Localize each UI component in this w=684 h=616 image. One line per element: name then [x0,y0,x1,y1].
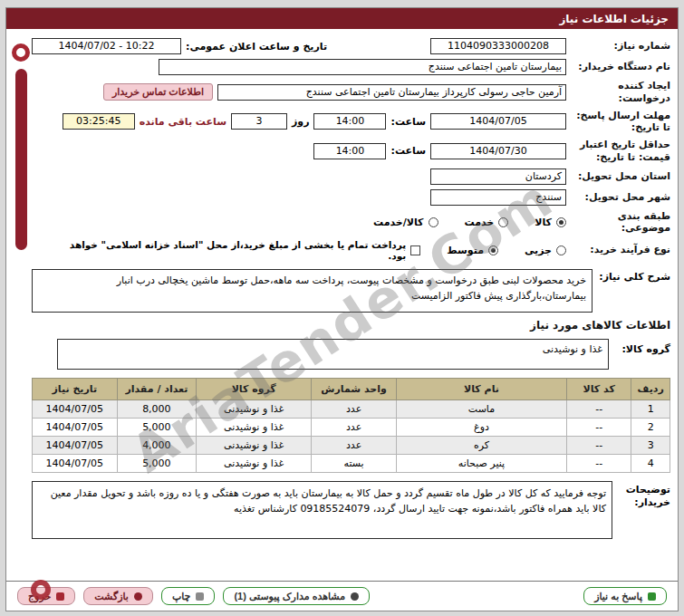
cell-row-index: 3 [631,437,670,455]
cell-item-code: -- [567,400,631,419]
classification-option-goods[interactable]: کالا [535,217,566,228]
process-type-label: نوع فرآیند خرید: [571,244,670,256]
row-city: شهر محل تحویل: سنندج [32,189,670,206]
attachments-icon [351,592,359,601]
buyer-notes-label: توضیحات خریدار: [618,481,670,510]
col-item-code: کد کالا [567,379,631,400]
cell-need-date: 1404/07/05 [33,455,118,473]
treasury-checkbox[interactable] [410,245,420,255]
view-attachments-button[interactable]: مشاهده مدارک پیوستی (1) [223,587,370,605]
cell-need-date: 1404/07/05 [33,400,118,419]
table-row: 3 -- کره عدد غذا و نوشیدنی 4,000 1404/07… [33,437,670,455]
reply-deadline-days-label: روز [292,116,310,128]
cell-count-unit: عدد [312,437,397,455]
goods-table-header-row: ردیف کد کالا نام کالا واحد شمارش گروه کا… [33,379,670,400]
cell-item-code: -- [567,437,631,455]
goods-group-label: گروه کالا: [614,339,670,355]
goods-section-title: اطلاعات کالاهای مورد نیاز [32,319,670,332]
need-details-window: جزئیات اطلاعات نیاز شماره نیاز: 11040903… [5,7,679,611]
buyer-notes-value: توجه فرمایید که کل کالا در طول ماه تقسیم… [32,481,612,539]
request-creator-label: ایجاد کننده درخواست: [571,80,670,105]
exit-label: خروج [28,591,51,602]
classification-option-service[interactable]: خدمت [465,217,509,228]
cell-quantity: 4,000 [117,437,196,455]
reply-to-need-label: پاسخ به نیاز [594,591,642,602]
remaining-time-label: ساعت باقی مانده [140,116,226,128]
cell-item-name: پنیر صبحانه [396,455,566,473]
cell-item-group: غذا و نوشیدنی [197,437,312,455]
process-option-medium[interactable]: متوسط [447,245,498,256]
need-number-label: شماره نیاز: [571,40,670,53]
buyer-contact-button[interactable]: اطلاعات تماس خریدار [103,83,213,101]
classification-option-goods-service-label: کالا/خدمت [373,217,423,228]
process-option-medium-label: متوسط [447,245,484,256]
buyer-notes-section: توضیحات خریدار: توجه فرمایید که کل کالا … [32,481,670,539]
page-title: جزئیات اطلاعات نیاز [559,13,669,25]
city-label: شهر محل تحویل: [571,191,670,204]
cell-item-name: دوغ [396,419,566,437]
reply-deadline-time: 14:00 [313,113,386,130]
price-validity-time-label: ساعت: [390,145,426,157]
description-value: خرید محصولات لبنی طبق درخواست و مشخصات پ… [32,269,592,313]
cell-item-group: غذا و نوشیدنی [197,400,312,419]
print-icon [196,592,204,601]
treasury-note: پرداخت تمام یا بخشی از مبلغ خرید،از محل … [53,239,406,261]
col-need-date: تاریخ نیاز [33,379,118,400]
province-value: کردستان [430,168,566,185]
col-item-name: نام کالا [396,379,566,400]
exit-button[interactable]: خروج [17,587,75,605]
content: شماره نیاز: 1104090333000208 تاریخ و ساع… [6,29,678,581]
row-buyer-org: نام دستگاه خریدار: بیمارستان تامین اجتما… [32,59,670,75]
description-section: شرح کلی نیاز: خرید محصولات لبنی طبق درخو… [32,269,670,313]
back-icon [134,592,142,601]
cell-row-index: 4 [631,455,670,473]
radio-medium-icon[interactable] [488,245,498,255]
cell-need-date: 1404/07/05 [33,419,118,437]
row-reply-deadline: مهلت ارسال پاسخ: تا تاریخ: 1404/07/05 سا… [32,110,670,135]
radio-service-icon[interactable] [498,217,508,227]
cell-row-index: 2 [631,419,670,437]
treasury-option[interactable]: پرداخت تمام یا بخشی از مبلغ خرید،از محل … [53,239,420,261]
goods-table: ردیف کد کالا نام کالا واحد شمارش گروه کا… [32,378,670,473]
announce-datetime-label: تاریخ و ساعت اعلان عمومی: [186,41,327,53]
row-request-creator: ایجاد کننده درخواست: آرمین حاجی رسولی کا… [32,80,670,105]
cell-quantity: 5,000 [117,419,196,437]
reply-icon [648,592,656,601]
cell-count-unit: عدد [312,419,397,437]
view-attachments-label: مشاهده مدارک پیوستی (1) [234,591,345,602]
back-button[interactable]: بازگشت [83,587,153,605]
page: جزئیات اطلاعات نیاز شماره نیاز: 11040903… [0,0,684,616]
cell-item-group: غذا و نوشیدنی [197,419,312,437]
cell-count-unit: بسته [312,455,397,473]
col-count-unit: واحد شمارش [312,379,397,400]
reply-deadline-days: 3 [231,113,287,130]
process-option-minor[interactable]: جزیی [525,245,566,256]
print-button[interactable]: چاپ [161,587,216,605]
city-value: سنندج [430,189,566,206]
price-validity-time: 14:00 [313,143,386,159]
radio-goods-service-icon[interactable] [429,217,438,227]
cell-item-code: -- [567,455,631,473]
radio-minor-icon[interactable] [556,245,566,255]
row-process-type: نوع فرآیند خرید: جزیی متوسط پرداخت تمام … [32,239,670,261]
process-option-minor-label: جزیی [525,245,552,256]
classification-option-goods-service[interactable]: کالا/خدمت [373,217,438,228]
titlebar: جزئیات اطلاعات نیاز [6,8,678,29]
cell-quantity: 5,000 [117,455,196,473]
cell-row-index: 1 [631,400,670,419]
radio-goods-icon[interactable] [556,217,566,227]
cell-item-code: -- [567,419,631,437]
goods-group-value: غذا و نوشیدنی [57,339,609,370]
col-quantity: تعداد / مقدار [117,379,196,400]
classification-option-service-label: خدمت [465,217,495,228]
classification-label: طبقه بندی موضوعی: [571,210,670,236]
province-label: استان محل تحویل: [571,170,670,183]
cell-item-name: کره [396,437,566,455]
goods-group-section: گروه کالا: غذا و نوشیدنی [32,339,670,370]
classification-option-goods-label: کالا [535,217,552,228]
need-number-value: 1104090333000208 [430,38,566,54]
reply-to-need-button[interactable]: پاسخ به نیاز [583,587,667,605]
announce-datetime-value: 1404/07/02 - 10:22 [32,38,181,54]
reply-deadline-date: 1404/07/05 [430,113,566,130]
table-row: 1 -- ماست عدد غذا و نوشیدنی 8,000 1404/0… [33,400,670,419]
